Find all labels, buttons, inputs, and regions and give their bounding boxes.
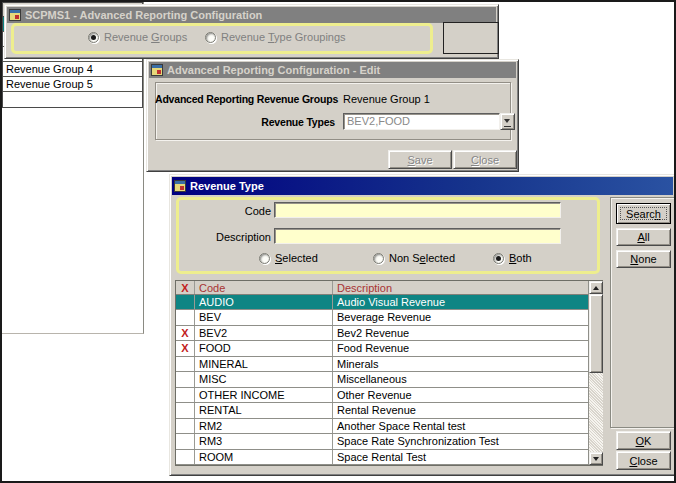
code-cell: ROOM [195,450,333,464]
radio-selected-label: Selected [275,252,318,264]
combo-dropdown-button[interactable] [500,113,515,130]
radio-selected-circle[interactable] [259,253,270,264]
edit-titlebar[interactable]: Advanced Reporting Configuration - Edit [149,62,516,78]
main-titlebar[interactable]: SCPMS1 - Advanced Reporting Configuratio… [7,7,496,23]
none-button[interactable]: None [616,250,671,268]
search-button[interactable]: Search [616,203,671,224]
table-row[interactable]: RM2 Another Space Rental test [176,419,588,434]
radio-non-selected-circle[interactable] [373,253,384,264]
scroll-down-button[interactable] [589,452,603,465]
table-row[interactable]: RM3 Space Rate Synchronization Test [176,434,588,449]
x-cell [176,357,195,371]
radio-non-selected[interactable]: Non Selected [373,252,455,264]
scrollbar-track[interactable] [589,373,603,452]
description-cell: Audio Visual Revenue [333,295,588,309]
revenue-type-titlebar[interactable]: Revenue Type [172,177,673,195]
revenue-type-table: X Code Description AUDIO Audio Visual Re… [175,280,603,466]
description-cell: Food Revenue [333,341,588,355]
header-description[interactable]: Description [333,281,588,294]
code-cell: MINERAL [195,357,333,371]
code-cell: BEV [195,310,333,324]
radio-revenue-type-groupings-label: Revenue Type Groupings [221,31,346,43]
edit-groupbox [155,82,511,140]
header-code[interactable]: Code [195,281,333,294]
app-icon [151,64,163,76]
radio-revenue-type-groupings-circle[interactable] [205,32,216,43]
code-cell: FOOD [195,341,333,355]
scroll-up-button[interactable] [589,281,603,294]
radio-both-circle[interactable] [493,253,504,264]
window-edit: Advanced Reporting Configuration - Edit … [146,59,519,172]
code-input[interactable] [274,202,561,218]
x-cell [176,419,195,433]
list-item[interactable]: Revenue Group 5 [3,77,142,92]
table-row[interactable]: RENTAL Rental Revenue [176,403,588,418]
code-cell: RM3 [195,434,333,448]
header-x: X [176,281,195,294]
app-icon [174,180,186,192]
save-button[interactable]: Save [388,150,452,169]
description-input[interactable] [274,228,561,244]
radio-both[interactable]: Both [493,252,532,264]
edit-group-row: Advanced Reporting Revenue Groups Revenu… [155,93,511,105]
window-revenue-type: Revenue Type Code Description Selected N… [169,174,676,476]
close-button[interactable]: Close [616,451,671,470]
table-row[interactable]: X FOOD Food Revenue [176,341,588,356]
table-header-row: X Code Description [176,281,588,295]
revenue-types-combobox[interactable]: BEV2,FOOD [343,113,500,130]
table-grid: X Code Description AUDIO Audio Visual Re… [176,281,588,465]
table-row[interactable]: ROOM Space Rental Test [176,450,588,465]
vertical-scrollbar[interactable] [588,281,602,465]
list-item[interactable]: Revenue Group 4 [3,62,142,77]
all-button[interactable]: All [616,228,671,246]
description-cell: Miscellaneous [333,372,588,386]
code-cell: OTHER INCOME [195,388,333,402]
x-cell [176,372,195,386]
x-cell: X [176,341,195,355]
x-cell [176,310,195,324]
scrollbar-thumb[interactable] [589,294,603,373]
code-label: Code [211,205,271,217]
arrow-down-icon [593,457,599,464]
focus-rect [620,207,667,220]
list-empty-area [3,92,142,107]
table-row[interactable]: MINERAL Minerals [176,357,588,372]
x-cell [176,295,195,309]
radio-selected[interactable]: Selected [259,252,318,264]
code-cell: MISC [195,372,333,386]
description-cell: Other Revenue [333,388,588,402]
main-side-box [443,22,499,54]
edit-window-title: Advanced Reporting Configuration - Edit [167,64,380,76]
description-cell: Bev2 Revenue [333,326,588,340]
edit-types-label: Revenue Types [155,116,335,128]
radio-revenue-groups[interactable]: Revenue Groups [88,31,187,43]
dropdown-bar-icon [504,126,511,127]
table-row[interactable]: X BEV2 Bev2 Revenue [176,326,588,341]
description-cell: Space Rental Test [333,450,588,464]
main-window-title: SCPMS1 - Advanced Reporting Configuratio… [25,9,262,21]
table-row[interactable]: AUDIO Audio Visual Revenue [176,295,588,310]
ok-button[interactable]: OK [616,431,671,450]
radio-both-label: Both [509,252,532,264]
revenue-type-window-title: Revenue Type [190,180,264,192]
radio-revenue-groups-circle[interactable] [88,32,99,43]
code-cell: RM2 [195,419,333,433]
description-cell: Space Rate Synchronization Test [333,434,588,448]
code-cell: BEV2 [195,326,333,340]
x-cell [176,434,195,448]
app-icon [9,9,21,21]
table-row[interactable]: MISC Miscellaneous [176,372,588,387]
table-row[interactable]: BEV Beverage Revenue [176,310,588,325]
edit-close-button[interactable]: Close [453,150,517,169]
description-cell: Rental Revenue [333,403,588,417]
x-cell [176,388,195,402]
edit-group-label: Advanced Reporting Revenue Groups [155,93,335,105]
description-label: Description [201,231,271,243]
arrow-up-icon [593,283,599,290]
radio-non-selected-label: Non Selected [389,252,455,264]
radio-revenue-type-groupings[interactable]: Revenue Type Groupings [205,31,346,43]
x-cell [176,450,195,464]
code-cell: RENTAL [195,403,333,417]
table-row[interactable]: OTHER INCOME Other Revenue [176,388,588,403]
edit-group-value: Revenue Group 1 [343,93,430,105]
